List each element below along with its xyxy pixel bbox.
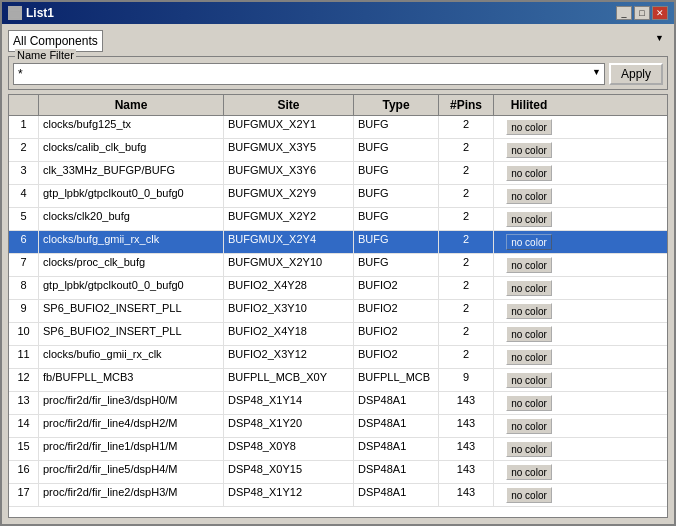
cell-pins: 2 [439, 116, 494, 138]
cell-name: SP6_BUFIO2_INSERT_PLL [39, 323, 224, 345]
hilite-button[interactable]: no color [506, 464, 552, 480]
cell-site: BUFGMUX_X3Y6 [224, 162, 354, 184]
cell-site: DSP48_X1Y14 [224, 392, 354, 414]
hilite-button[interactable]: no color [506, 349, 552, 365]
cell-num: 2 [9, 139, 39, 161]
hilite-button[interactable]: no color [506, 441, 552, 457]
hilite-button[interactable]: no color [506, 211, 552, 227]
cell-type: BUFG [354, 185, 439, 207]
cell-num: 10 [9, 323, 39, 345]
svg-rect-0 [10, 8, 20, 18]
cell-num: 14 [9, 415, 39, 437]
cell-site: BUFGMUX_X2Y9 [224, 185, 354, 207]
title-bar-left: List1 [8, 6, 54, 20]
cell-hilited: no color [494, 277, 564, 299]
table-row[interactable]: 5 clocks/clk20_bufg BUFGMUX_X2Y2 BUFG 2 … [9, 208, 667, 231]
table-container: Name Site Type #Pins Hilited 1 clocks/bu… [8, 94, 668, 518]
close-button[interactable]: ✕ [652, 6, 668, 20]
cell-name: clk_33MHz_BUFGP/BUFG [39, 162, 224, 184]
cell-type: DSP48A1 [354, 438, 439, 460]
cell-num: 5 [9, 208, 39, 230]
cell-type: BUFIO2 [354, 323, 439, 345]
minimize-button[interactable]: _ [616, 6, 632, 20]
col-header-pins: #Pins [439, 95, 494, 115]
hilite-button[interactable]: no color [506, 487, 552, 503]
cell-name: clocks/clk20_bufg [39, 208, 224, 230]
table-row[interactable]: 1 clocks/bufg125_tx BUFGMUX_X2Y1 BUFG 2 … [9, 116, 667, 139]
cell-pins: 2 [439, 231, 494, 253]
cell-pins: 2 [439, 208, 494, 230]
cell-name: proc/fir2d/fir_line1/dspH1/M [39, 438, 224, 460]
cell-site: BUFGMUX_X3Y5 [224, 139, 354, 161]
cell-hilited: no color [494, 231, 564, 253]
table-row[interactable]: 13 proc/fir2d/fir_line3/dspH0/M DSP48_X1… [9, 392, 667, 415]
cell-site: BUFGMUX_X2Y10 [224, 254, 354, 276]
cell-hilited: no color [494, 461, 564, 483]
hilite-button[interactable]: no color [506, 303, 552, 319]
cell-name: clocks/bufio_gmii_rx_clk [39, 346, 224, 368]
cell-site: BUFGMUX_X2Y2 [224, 208, 354, 230]
cell-name: clocks/proc_clk_bufg [39, 254, 224, 276]
cell-type: BUFG [354, 208, 439, 230]
cell-type: DSP48A1 [354, 415, 439, 437]
window-title: List1 [26, 6, 54, 20]
hilite-button[interactable]: no color [506, 395, 552, 411]
cell-type: BUFG [354, 231, 439, 253]
hilite-button[interactable]: no color [506, 188, 552, 204]
hilite-button[interactable]: no color [506, 165, 552, 181]
table-row[interactable]: 11 clocks/bufio_gmii_rx_clk BUFIO2_X3Y12… [9, 346, 667, 369]
table-row[interactable]: 17 proc/fir2d/fir_line2/dspH3/M DSP48_X1… [9, 484, 667, 507]
hilite-button[interactable]: no color [506, 257, 552, 273]
cell-hilited: no color [494, 346, 564, 368]
table-row[interactable]: 7 clocks/proc_clk_bufg BUFGMUX_X2Y10 BUF… [9, 254, 667, 277]
cell-type: DSP48A1 [354, 461, 439, 483]
hilite-button[interactable]: no color [506, 142, 552, 158]
cell-site: BUFIO2_X4Y18 [224, 323, 354, 345]
cell-site: DSP48_X1Y12 [224, 484, 354, 506]
col-header-type: Type [354, 95, 439, 115]
cell-num: 17 [9, 484, 39, 506]
cell-hilited: no color [494, 208, 564, 230]
cell-name: gtp_lpbk/gtpclkout0_0_bufg0 [39, 185, 224, 207]
maximize-button[interactable]: □ [634, 6, 650, 20]
hilite-button[interactable]: no color [506, 372, 552, 388]
cell-hilited: no color [494, 139, 564, 161]
table-body: 1 clocks/bufg125_tx BUFGMUX_X2Y1 BUFG 2 … [9, 116, 667, 517]
table-row[interactable]: 15 proc/fir2d/fir_line1/dspH1/M DSP48_X0… [9, 438, 667, 461]
cell-hilited: no color [494, 369, 564, 391]
hilite-button[interactable]: no color [506, 119, 552, 135]
table-row[interactable]: 6 clocks/bufg_gmii_rx_clk BUFGMUX_X2Y4 B… [9, 231, 667, 254]
hilite-button[interactable]: no color [506, 234, 552, 250]
cell-type: BUFIO2 [354, 300, 439, 322]
hilite-button[interactable]: no color [506, 326, 552, 342]
cell-pins: 143 [439, 415, 494, 437]
table-row[interactable]: 8 gtp_lpbk/gtpclkout0_0_bufg0 BUFIO2_X4Y… [9, 277, 667, 300]
table-row[interactable]: 12 fb/BUFPLL_MCB3 BUFPLL_MCB_X0Y BUFPLL_… [9, 369, 667, 392]
table-header: Name Site Type #Pins Hilited [9, 95, 667, 116]
cell-num: 7 [9, 254, 39, 276]
table-row[interactable]: 14 proc/fir2d/fir_line4/dspH2/M DSP48_X1… [9, 415, 667, 438]
table-row[interactable]: 10 SP6_BUFIO2_INSERT_PLL BUFIO2_X4Y18 BU… [9, 323, 667, 346]
cell-site: DSP48_X1Y20 [224, 415, 354, 437]
component-dropdown-row: All Components [8, 30, 668, 52]
cell-name: proc/fir2d/fir_line4/dspH2/M [39, 415, 224, 437]
hilite-button[interactable]: no color [506, 418, 552, 434]
window-body: All Components Name Filter Apply Name Si… [2, 24, 674, 524]
table-row[interactable]: 4 gtp_lpbk/gtpclkout0_0_bufg0 BUFGMUX_X2… [9, 185, 667, 208]
hilite-button[interactable]: no color [506, 280, 552, 296]
apply-button[interactable]: Apply [609, 63, 663, 85]
filter-input[interactable] [13, 63, 605, 85]
cell-site: BUFIO2_X3Y12 [224, 346, 354, 368]
cell-type: BUFIO2 [354, 277, 439, 299]
table-row[interactable]: 3 clk_33MHz_BUFGP/BUFG BUFGMUX_X3Y6 BUFG… [9, 162, 667, 185]
cell-num: 13 [9, 392, 39, 414]
cell-type: BUFG [354, 116, 439, 138]
cell-type: BUFPLL_MCB [354, 369, 439, 391]
cell-name: proc/fir2d/fir_line2/dspH3/M [39, 484, 224, 506]
cell-num: 9 [9, 300, 39, 322]
cell-hilited: no color [494, 162, 564, 184]
cell-num: 11 [9, 346, 39, 368]
table-row[interactable]: 16 proc/fir2d/fir_line5/dspH4/M DSP48_X0… [9, 461, 667, 484]
table-row[interactable]: 9 SP6_BUFIO2_INSERT_PLL BUFIO2_X3Y10 BUF… [9, 300, 667, 323]
table-row[interactable]: 2 clocks/calib_clk_bufg BUFGMUX_X3Y5 BUF… [9, 139, 667, 162]
